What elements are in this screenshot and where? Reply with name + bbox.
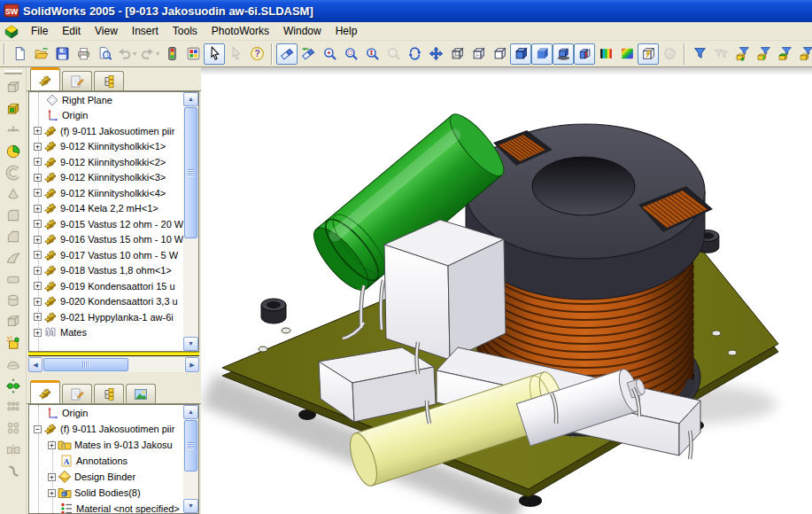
rotate-view-button[interactable] bbox=[404, 43, 425, 65]
flex-button[interactable] bbox=[2, 460, 25, 481]
toolbar-grip[interactable] bbox=[271, 43, 273, 65]
shaded-with-edges-button[interactable] bbox=[510, 43, 531, 65]
expander-collapsed[interactable]: + bbox=[34, 236, 42, 244]
standoff[interactable] bbox=[261, 299, 286, 323]
tree-item-mates[interactable]: +Mates bbox=[29, 325, 198, 341]
tree-item-9-019-kondensaattori-15-u[interactable]: +9-019 Kondensaattori 15 u bbox=[29, 278, 198, 294]
menu-insert[interactable]: Insert bbox=[125, 22, 166, 41]
filter-faces-button[interactable] bbox=[774, 43, 795, 65]
tree-item-right-plane[interactable]: Right Plane bbox=[29, 92, 198, 108]
scroll-up-button[interactable]: ▲ bbox=[183, 405, 198, 419]
expander-collapsed[interactable]: + bbox=[48, 489, 56, 497]
help-button[interactable] bbox=[246, 43, 267, 65]
tree-item-9-018-vastus-1-8-ohm-1[interactable]: +9-018 Vastus 1,8 ohm<1> bbox=[29, 263, 198, 279]
menu-photoworks[interactable]: PhotoWorks bbox=[205, 22, 276, 41]
tree-item-origin[interactable]: Origin bbox=[29, 108, 198, 124]
toolbar-grip[interactable] bbox=[4, 70, 22, 74]
linear-pattern-button[interactable] bbox=[2, 396, 25, 417]
tree-item-origin[interactable]: Origin bbox=[29, 405, 198, 421]
expander-collapsed[interactable]: + bbox=[34, 251, 42, 259]
menu-view[interactable]: View bbox=[88, 22, 125, 41]
menu-help[interactable]: Help bbox=[329, 22, 365, 41]
move-component-button[interactable] bbox=[2, 375, 25, 396]
scrollbar-thumb[interactable] bbox=[184, 420, 197, 471]
fillet-button[interactable] bbox=[2, 205, 25, 226]
tree-horizontal-scrollbar[interactable]: ◀ ▶ bbox=[28, 357, 199, 372]
feature-tree[interactable]: Right PlaneOrigin+(f) 9-011 Jakosuotimen… bbox=[28, 91, 199, 352]
sweep-button[interactable] bbox=[2, 247, 25, 269]
zoom-to-fit-button[interactable] bbox=[319, 43, 340, 65]
photoworks-options-button[interactable] bbox=[659, 43, 680, 65]
scrollbar-thumb[interactable] bbox=[184, 107, 197, 238]
expander-collapsed[interactable]: + bbox=[34, 143, 42, 151]
expander-collapsed[interactable]: + bbox=[34, 267, 42, 275]
print-preview-button[interactable] bbox=[94, 43, 115, 65]
tree-item-9-012-kiinnitysholkki-2[interactable]: +9-012 Kiinnitysholkki<2> bbox=[29, 154, 198, 170]
tree-item-9-012-kiinnitysholkki-4[interactable]: +9-012 Kiinnitysholkki<4> bbox=[29, 185, 198, 201]
solidworks-logo-icon[interactable] bbox=[3, 23, 20, 39]
expander-collapsed[interactable]: + bbox=[48, 441, 56, 449]
scroll-down-button[interactable]: ▼ bbox=[183, 499, 198, 513]
scroll-right-button[interactable]: ▶ bbox=[185, 357, 199, 372]
filter-vertices-button[interactable] bbox=[731, 43, 753, 65]
expander-collapsed[interactable]: + bbox=[34, 220, 42, 228]
menu-tools[interactable]: Tools bbox=[166, 22, 205, 41]
tab-featuremanager[interactable] bbox=[30, 380, 60, 403]
mirror-components-button[interactable] bbox=[2, 439, 25, 460]
zoom-in-out-button[interactable] bbox=[361, 43, 383, 65]
apply-scene-button[interactable] bbox=[616, 43, 638, 65]
chamfer-button[interactable] bbox=[2, 226, 25, 247]
wireframe-button[interactable] bbox=[446, 43, 468, 65]
extruded-cut-button[interactable] bbox=[2, 269, 25, 290]
expander-collapsed[interactable]: + bbox=[34, 174, 42, 182]
previous-view-button[interactable] bbox=[298, 43, 319, 65]
tree-item-material-not-specified[interactable]: Material <not specified> bbox=[29, 501, 198, 514]
tree-item-f-9-011-jakosuotimen-piir[interactable]: −(f) 9-011 Jakosuotimen piir bbox=[29, 421, 198, 437]
select-other-button[interactable] bbox=[225, 43, 246, 65]
undo-button[interactable]: ▾ bbox=[115, 43, 138, 65]
expander-collapsed[interactable]: + bbox=[34, 282, 42, 290]
hidden-lines-visible-button[interactable] bbox=[468, 43, 489, 65]
menu-file[interactable]: File bbox=[24, 22, 55, 41]
tree-item-9-020-kondensaattori-3-3-u[interactable]: +9-020 Kondensaattori 3,3 u bbox=[29, 294, 198, 310]
smart-fasteners-button[interactable] bbox=[2, 332, 25, 354]
tree-item-f-9-011-jakosuotimen-piir[interactable]: +(f) 9-011 Jakosuotimen piir bbox=[29, 123, 198, 139]
tab-propertymanager[interactable] bbox=[62, 384, 92, 403]
shaded-button[interactable] bbox=[531, 43, 553, 65]
tab-featuremanager[interactable] bbox=[30, 67, 60, 90]
filter-solid-bodies-button[interactable] bbox=[795, 43, 812, 65]
mate-button[interactable] bbox=[2, 162, 25, 183]
rollback-bar[interactable] bbox=[28, 352, 199, 356]
menu-edit[interactable]: Edit bbox=[55, 22, 88, 41]
tree-vertical-scrollbar[interactable]: ▲ ▼ bbox=[183, 405, 198, 513]
scroll-down-button[interactable]: ▼ bbox=[183, 337, 198, 351]
revolve-button[interactable] bbox=[2, 290, 25, 311]
pan-button[interactable] bbox=[425, 43, 446, 65]
graphics-viewport[interactable] bbox=[201, 67, 812, 514]
expander-collapsed[interactable]: + bbox=[34, 158, 42, 166]
edit-part-button[interactable] bbox=[2, 98, 25, 120]
zoom-to-selection-button[interactable] bbox=[383, 43, 404, 65]
tree-item-annotations[interactable]: Annotations bbox=[29, 453, 198, 469]
view-orientation-button[interactable] bbox=[276, 43, 298, 65]
toolbar-grip[interactable] bbox=[684, 43, 685, 65]
open-button[interactable] bbox=[30, 43, 51, 65]
dome-button[interactable] bbox=[2, 354, 25, 375]
resistor-upright[interactable] bbox=[384, 220, 506, 360]
tree-item-9-014-kela-2-2-mh-1[interactable]: +9-014 Kela 2,2 mH<1> bbox=[29, 201, 198, 217]
hide-component-button[interactable] bbox=[2, 120, 25, 141]
panel-splitter[interactable] bbox=[27, 372, 201, 380]
redo-button[interactable]: ▾ bbox=[138, 43, 161, 65]
photoworks-render-button[interactable] bbox=[638, 43, 659, 65]
zoom-to-area-button[interactable] bbox=[340, 43, 361, 65]
tab-configurationmanager[interactable] bbox=[94, 71, 124, 90]
component-feature-tree[interactable]: Origin−(f) 9-011 Jakosuotimen piir+Mates… bbox=[28, 404, 199, 514]
expander-collapsed[interactable]: + bbox=[34, 127, 42, 135]
expander-collapsed[interactable]: + bbox=[34, 329, 42, 337]
select-button[interactable] bbox=[204, 43, 225, 65]
filter-edges-button[interactable] bbox=[753, 43, 774, 65]
scrollbar-thumb[interactable] bbox=[43, 358, 128, 371]
curvature-button[interactable] bbox=[595, 43, 616, 65]
circular-pattern-button[interactable] bbox=[2, 417, 25, 439]
toggle-selection-filters-button[interactable] bbox=[689, 43, 710, 65]
